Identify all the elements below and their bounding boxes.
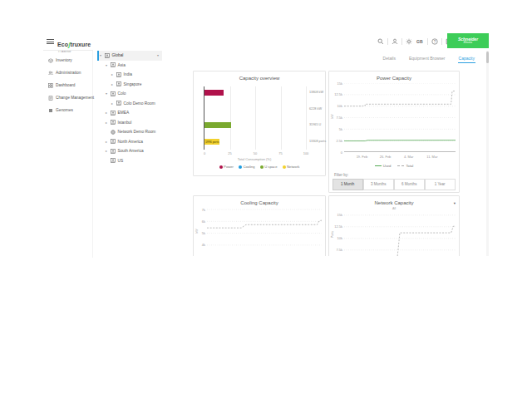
tree-row-singapore[interactable]: ▸Singapore [97, 80, 162, 90]
power_capacity-canvas [344, 83, 456, 152]
location-icon [105, 53, 110, 58]
sidebar-item-change-management[interactable]: Change Management [43, 91, 92, 104]
content: DetailsEquipment BrowserCapacity Capacit… [168, 50, 489, 256]
x-tick-label: 26. Feb [377, 155, 394, 159]
location-icon [111, 91, 116, 96]
cooling_capacity-canvas [207, 206, 322, 256]
x-tick-label: 0 [197, 151, 212, 155]
y-tick-label: 15k [329, 81, 342, 86]
sidebar-item-inventory[interactable]: Inventory [43, 54, 92, 66]
legend-label: Power [224, 165, 234, 169]
legend-label: Total [406, 164, 413, 168]
location-icon [111, 120, 116, 125]
location-tree: ▾Global▾▾Asia▸India▸Singapore▾Colo▸Colo … [97, 51, 162, 165]
capacity-label-u-space: 31965 U [309, 123, 321, 126]
help-icon[interactable]: ? [431, 38, 438, 45]
menu-icon[interactable] [47, 39, 54, 45]
y-tick-label: 6k [192, 219, 205, 224]
y-tick-label: 12.5k [329, 224, 342, 229]
tree-row-istanbul[interactable]: ▸Istanbul [97, 118, 162, 128]
tree-row-india[interactable]: ▸India [97, 70, 162, 80]
tab-bar: DetailsEquipment BrowserCapacity [168, 52, 475, 63]
tree-row-colo[interactable]: ▾Colo [97, 89, 162, 99]
chart-title: Network Capacity [329, 200, 459, 205]
capacity-label-network: 13308 ports [309, 140, 326, 143]
tree-row-emea[interactable]: ▸EMEA [97, 108, 162, 118]
legend-label: Cooling [243, 165, 254, 169]
y-tick-label: 7.5k [329, 116, 342, 120]
cooling-capacity-card: Cooling CapacitykW4k5k6k7k [193, 195, 326, 256]
tree-row-asia[interactable]: ▾Asia [97, 61, 162, 71]
user-icon[interactable] [392, 38, 398, 45]
x-tick-label: 75 [273, 151, 288, 155]
divider [441, 38, 442, 45]
legend-label: Used [383, 164, 392, 168]
schneider-wordmark: Electric [464, 42, 472, 44]
y-tick-label: 5k [329, 127, 342, 131]
dashboard-icon [48, 83, 53, 88]
chart-legend: PowerCoolingU spaceNetwork [194, 165, 325, 169]
x-tick-label: 4. Mar [401, 155, 417, 159]
schneider-logo[interactable]: Schneider Electric [447, 33, 489, 48]
tree-row-north-america[interactable]: ▸North America [97, 137, 162, 147]
tree-row-global[interactable]: ▾Global▾ [97, 51, 162, 61]
grid-line [255, 86, 256, 150]
scrollbar-track[interactable] [486, 51, 489, 256]
tab-details[interactable]: Details [382, 56, 397, 64]
filter-button-6-months[interactable]: 6 Months [394, 179, 426, 190]
genomes-icon [48, 108, 53, 113]
svg-text:?: ? [433, 40, 436, 44]
sidebar-item-label: Genomes [56, 108, 73, 112]
y-tick-label: 0 [329, 150, 342, 155]
tree-row-colo-demo-room[interactable]: ▸Colo Demo Room [97, 99, 162, 109]
tree-row-network-demo-room[interactable]: Network Demo Room [97, 127, 162, 137]
tab-capacity[interactable]: Capacity [458, 56, 475, 64]
sidebar-item-administration[interactable]: Administration [43, 66, 92, 79]
location-icon [111, 111, 116, 116]
tab-equipment-browser[interactable]: Equipment Browser [408, 56, 446, 64]
scrollbar-thumb[interactable] [486, 52, 489, 63]
sidebar-item-label: Dashboard [56, 83, 75, 87]
y-tick-label: 7.5k [329, 248, 342, 252]
tree-row-label: Asia [118, 63, 126, 67]
filter-button-3-months[interactable]: 3 Months [363, 179, 395, 190]
tree-row-label: EMEA [118, 111, 130, 115]
location-icon [116, 101, 121, 106]
tree-row-label: US [118, 159, 124, 163]
x-tick-label: 11. Mar [424, 155, 441, 159]
tree-row-south-america[interactable]: ▸South America [97, 146, 162, 156]
power-capacity-card: Power CapacitykW02.5k5k7.5k10k12.5k15k19… [328, 71, 460, 193]
legend-dot [239, 165, 242, 169]
location-icon [111, 139, 116, 144]
app-root: Ecoʃtruxure IT Advisor GB ? Schneider El… [43, 33, 489, 259]
x-tick-label: 25 [223, 151, 238, 155]
filter-button-1-year[interactable]: 1 Year [425, 179, 456, 190]
settings-gear-icon[interactable] [406, 38, 412, 45]
chart-options-caret[interactable]: ▾ [454, 201, 456, 205]
legend-item-u-space: U space [260, 165, 278, 169]
location-icon [111, 62, 116, 67]
filter-by-label: Filter by: [334, 173, 348, 177]
tree-row-label: Colo [118, 91, 126, 96]
tree-row-label: Global [112, 53, 124, 57]
legend-item-power: Power [219, 165, 234, 169]
filter-button-1-month[interactable]: 1 Month [332, 179, 364, 190]
menu-bar [47, 39, 54, 40]
bar-power [204, 90, 224, 96]
legend-label: Network [287, 165, 299, 169]
administration-icon [48, 71, 53, 76]
inventory-icon [48, 58, 53, 63]
search-icon[interactable] [377, 38, 384, 45]
network_capacity-canvas [344, 213, 456, 256]
sidebar-item-genomes[interactable]: Genomes [43, 104, 92, 116]
bar-value-label: 1996 ports [205, 140, 219, 144]
divider [427, 38, 428, 45]
y-tick-label: 5k [192, 231, 205, 235]
chart-subtitle: All [329, 207, 459, 210]
tree-row-label: India [124, 72, 132, 76]
tree-row-us[interactable]: US [97, 156, 162, 166]
network-capacity-card: Network CapacityAll▾Ports7.5k10k12.5k15k [328, 195, 460, 256]
sidebar-item-dashboard[interactable]: Dashboard [43, 79, 92, 91]
tree-menu-icon[interactable]: ▾ [157, 53, 159, 57]
language-selector[interactable]: GB [416, 39, 424, 44]
